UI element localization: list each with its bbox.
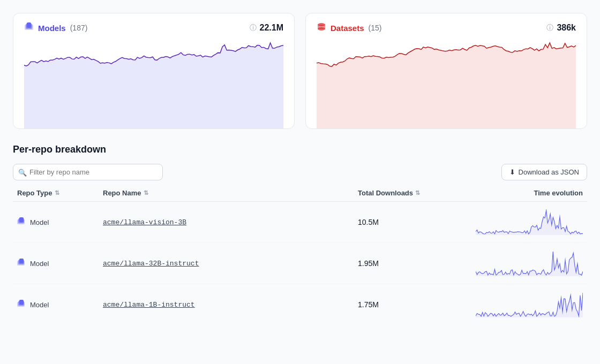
table-row: Model acme/llama-vision-3B 10.5M [13,202,587,243]
cards-row: Models (187) ⓘ 22.1M Dat [13,13,587,129]
download-label: Download as JSON [519,168,579,176]
th-repo-name[interactable]: Repo Name ⇅ [103,189,358,197]
svg-rect-8 [19,217,24,222]
models-card-header: Models (187) ⓘ 22.1M [24,22,283,34]
models-count: (187) [70,24,88,32]
row2-repo-link[interactable]: acme/llama-1B-instruct [103,301,195,309]
th-downloads[interactable]: Total Downloads ⇅ [358,189,465,197]
row2-downloads-cell: 1.75M [358,300,465,309]
row2-sparkline-canvas [476,292,583,317]
table-body: Model acme/llama-vision-3B 10.5M Model [13,202,587,325]
sort-icon-name: ⇅ [144,189,148,196]
filter-input[interactable] [13,164,163,180]
row2-name-cell: acme/llama-1B-instruct [103,301,358,309]
row2-sparkline-cell [465,292,583,317]
models-card: Models (187) ⓘ 22.1M [13,13,295,129]
row1-type-cell: Model [17,259,103,269]
datasets-title: Datasets [331,24,364,33]
toolbar: 🔍 ⬇ Download as JSON [13,164,587,180]
th-evolution: Time evolution [465,189,583,197]
datasets-metric-group: ⓘ 386k [546,23,576,33]
per-repo-section: Per-repo breakdown 🔍 ⬇ Download as JSON … [13,144,587,325]
models-chart-canvas [24,40,283,128]
table-row: Model acme/llama-32B-instruct 1.95M [13,243,587,284]
datasets-info-icon: ⓘ [546,23,553,33]
datasets-count: (15) [369,24,382,32]
row1-name-cell: acme/llama-32B-instruct [103,260,358,268]
models-info-icon: ⓘ [250,23,257,33]
datasets-chart [317,40,576,128]
svg-point-5 [318,27,325,31]
row0-type-cell: Model [17,217,103,228]
section-title: Per-repo breakdown [13,144,587,155]
models-title: Models [38,24,66,33]
row2-model-icon [17,300,26,310]
datasets-metric: 386k [557,23,576,33]
filter-wrapper: 🔍 [13,164,163,180]
dataset-cylinder-icon [317,22,326,34]
th-repo-type[interactable]: Repo Type ⇅ [17,189,103,197]
row0-name-cell: acme/llama-vision-3B [103,218,358,226]
row1-downloads-cell: 1.95M [358,259,465,268]
row1-model-icon [17,259,26,269]
models-chart [24,40,283,128]
row1-sparkline-canvas [476,251,583,276]
sort-icon-type: ⇅ [55,189,59,196]
row1-sparkline-cell [465,251,583,276]
row0-sparkline-cell [465,209,583,235]
row0-model-icon [17,217,26,228]
svg-rect-14 [19,300,24,305]
download-icon: ⬇ [509,168,515,176]
row2-type-cell: Model [17,300,103,310]
sort-icon-downloads: ⇅ [415,189,420,196]
row0-sparkline-canvas [476,209,583,235]
search-icon: 🔍 [18,168,27,176]
svg-rect-11 [19,259,24,263]
datasets-card-header: Datasets (15) ⓘ 386k [317,22,576,34]
row0-downloads-cell: 10.5M [358,218,465,226]
models-metric: 22.1M [260,23,283,33]
datasets-title-group: Datasets (15) [317,22,381,34]
models-title-group: Models (187) [24,22,87,34]
datasets-card: Datasets (15) ⓘ 386k [305,13,587,129]
datasets-chart-canvas [317,40,576,128]
table-header: Repo Type ⇅ Repo Name ⇅ Total Downloads … [13,189,587,202]
table-row: Model acme/llama-1B-instruct 1.75M [13,284,587,325]
model-cube-icon [24,22,34,34]
models-metric-group: ⓘ 22.1M [250,23,283,33]
row0-repo-link[interactable]: acme/llama-vision-3B [103,218,186,226]
row1-repo-link[interactable]: acme/llama-32B-instruct [103,260,199,268]
download-json-button[interactable]: ⬇ Download as JSON [501,164,587,180]
svg-rect-2 [27,22,31,28]
